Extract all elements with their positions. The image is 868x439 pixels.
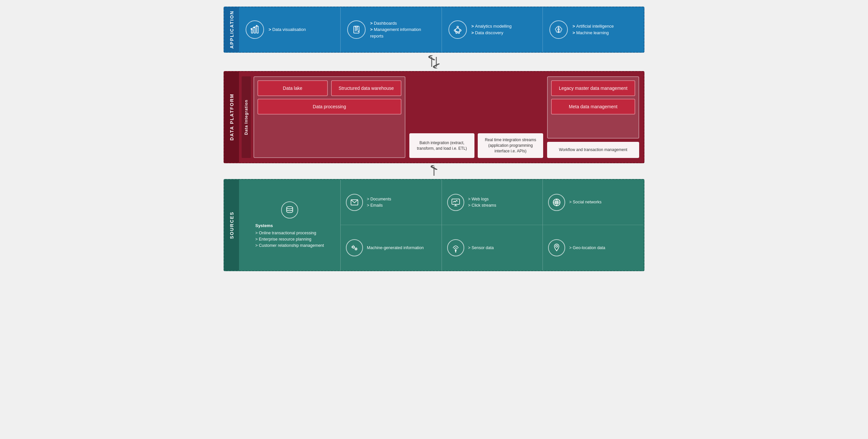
location-icon — [548, 239, 565, 256]
globe-svg — [552, 198, 561, 207]
svg-point-10 — [457, 26, 458, 28]
application-label: APPLICATION — [224, 7, 239, 52]
source-cell-geo: Geo-location data — [543, 225, 644, 270]
monitor-svg — [451, 198, 460, 207]
batch-integration-box: Batch integration (extract, transform, a… — [409, 133, 475, 158]
arrows-up-down — [224, 53, 644, 71]
geo-text: Geo-location data — [569, 245, 605, 251]
integration-boxes: Batch integration (extract, transform, a… — [409, 133, 543, 158]
svg-point-12 — [459, 30, 461, 31]
card-text-analytics: Analytics modelling Data discovery — [471, 23, 512, 36]
svg-rect-0 — [251, 30, 253, 33]
source-cell-docs: Documents Emails — [341, 180, 441, 226]
source-col-systems: Systems Online transactional processing … — [239, 180, 340, 270]
svg-point-34 — [455, 250, 456, 251]
wifi-icon — [447, 239, 464, 256]
svg-line-19 — [455, 31, 459, 32]
data-integration-label: Data Integration — [242, 76, 251, 158]
source-col-social: Social networks Geo-location data — [542, 180, 644, 270]
data-lake-box: Data lake — [257, 80, 328, 96]
app-cards-container: Data visualisation Dashboards — [239, 7, 644, 52]
app-card-visualisation: Data visualisation — [239, 7, 340, 52]
svg-point-13 — [456, 32, 457, 34]
clipboard-svg — [352, 25, 361, 34]
data-platform-label: DATA PLATFORM — [224, 72, 239, 163]
processing-row: Data processing — [257, 99, 401, 115]
network-icon — [448, 21, 467, 39]
data-processing-box: Data processing — [257, 99, 401, 115]
source-cell-web: Web logs Click streams — [442, 180, 543, 226]
database-icon — [281, 201, 298, 218]
svg-line-15 — [455, 28, 457, 30]
gears-svg — [350, 243, 359, 253]
svg-point-30 — [355, 248, 357, 250]
svg-point-29 — [352, 246, 354, 248]
source-cell-machine: Machine-generated information — [341, 225, 441, 270]
svg-point-3 — [251, 28, 252, 29]
svg-point-14 — [458, 32, 460, 34]
svg-point-38 — [556, 245, 558, 247]
svg-point-36 — [455, 252, 456, 252]
svg-rect-1 — [254, 28, 256, 33]
source-col-web: Web logs Click streams — [441, 180, 543, 270]
globe-icon — [548, 194, 565, 211]
email-icon — [346, 194, 363, 211]
master-meta-panel: Legacy master data management Meta data … — [547, 76, 639, 139]
brain-icon — [549, 21, 568, 39]
location-svg — [552, 243, 561, 253]
card-text-visualisation: Data visualisation — [269, 26, 306, 33]
sources-label: SOURCES — [224, 180, 239, 270]
svg-point-4 — [253, 27, 254, 28]
source-col-docs: Documents Emails Machine-gen — [340, 180, 441, 270]
chart-icon — [246, 21, 264, 39]
up-arrow — [428, 165, 440, 177]
app-card-dashboards: Dashboards Management information report… — [340, 7, 441, 52]
svg-point-11 — [454, 30, 456, 31]
source-cell-social: Social networks — [543, 180, 644, 226]
social-text: Social networks — [569, 199, 601, 205]
monitor-chart-icon — [447, 194, 464, 211]
clipboard-icon — [347, 21, 366, 39]
chart-svg — [250, 25, 259, 34]
wifi-svg — [451, 243, 460, 253]
storage-area: Data lake Structured data warehouse Data… — [253, 76, 405, 158]
app-card-ai: Artificial intelligence Machine learning — [542, 7, 644, 52]
card-text-ai: Artificial intelligence Machine learning — [572, 23, 614, 36]
email-svg — [350, 198, 359, 207]
network-svg — [453, 25, 462, 34]
card-text-dashboards: Dashboards Management information report… — [370, 20, 435, 39]
workflow-box-wrapper: Workflow and transaction management — [547, 142, 639, 158]
architecture-diagram: APPLICATION Data visualisation — [224, 7, 644, 271]
sources-layer: SOURCES Systems Online transactional pro… — [224, 179, 644, 271]
machine-text: Machine-generated information — [367, 245, 424, 251]
svg-line-18 — [459, 31, 460, 32]
data-platform-layer: DATA PLATFORM Data Integration Data lake… — [224, 71, 644, 163]
app-card-analytics: Analytics modelling Data discovery — [441, 7, 543, 52]
workflow-transaction-box: Workflow and transaction management — [547, 142, 639, 158]
brain-svg — [554, 25, 563, 34]
svg-point-5 — [256, 25, 257, 26]
sources-grid: Systems Online transactional processing … — [239, 180, 644, 270]
svg-line-16 — [458, 28, 460, 30]
sensor-text: Sensor data — [468, 245, 494, 251]
systems-text: Systems Online transactional processing … — [255, 223, 324, 249]
realtime-integration-box: Real time integration streams (applicati… — [478, 133, 543, 158]
right-panel: Legacy master data management Meta data … — [547, 76, 639, 158]
structured-warehouse-box: Structured data warehouse — [331, 80, 401, 96]
source-cell-systems: Systems Online transactional processing … — [239, 180, 340, 270]
storage-row: Data lake Structured data warehouse — [257, 80, 401, 96]
legacy-master-box: Legacy master data management — [551, 80, 635, 96]
arrow-up-section — [224, 163, 644, 179]
application-layer: APPLICATION Data visualisation — [224, 7, 644, 53]
gear-icon — [346, 239, 363, 256]
svg-rect-2 — [257, 26, 258, 33]
meta-data-box: Meta data management — [551, 99, 635, 115]
database-svg — [285, 205, 294, 214]
web-text: Web logs Click streams — [468, 196, 496, 209]
svg-point-27 — [287, 206, 293, 209]
bidirectional-arrows — [426, 55, 442, 68]
source-cell-sensor: Sensor data — [442, 225, 543, 270]
docs-text: Documents Emails — [367, 196, 391, 209]
